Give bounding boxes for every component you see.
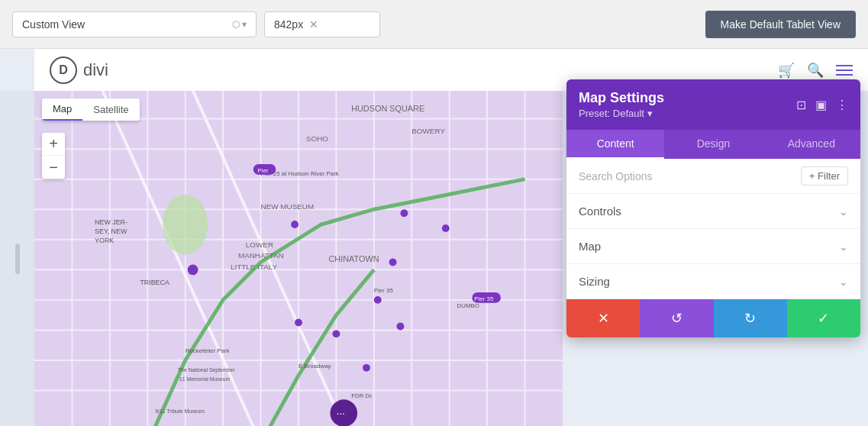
nav-icons: 🛒 🔍 <box>778 62 853 79</box>
panel-header: Map Settings Preset: Default ⊡ ▣ ⋮ <box>566 79 860 130</box>
search-options-label: Search Options <box>579 170 653 182</box>
svg-text:E Broadway: E Broadway <box>298 363 331 370</box>
filter-button[interactable]: + Filter <box>801 166 848 186</box>
sizing-chevron: ⌄ <box>839 276 848 288</box>
logo-circle: D <box>50 56 77 84</box>
px-input-group: 842px ✕ <box>264 11 380 37</box>
confirm-button[interactable]: ✓ <box>787 299 860 337</box>
svg-text:9/11 Tribute Museum: 9/11 Tribute Museum <box>155 408 205 414</box>
map-visual: HUDSON SQUARE SOHO BOWERY NEW MUSEUM LOW… <box>34 91 563 426</box>
custom-view-chevron: ⬡ ▾ <box>232 19 247 30</box>
logo-letter: D <box>59 63 68 77</box>
map-satellite-toggle: Map Satellite <box>42 98 140 121</box>
fullscreen-icon[interactable]: ⊡ <box>796 98 806 112</box>
zoom-out-button[interactable]: − <box>42 156 65 179</box>
svg-text:Rockefeller Park: Rockefeller Park <box>186 347 230 354</box>
controls-section[interactable]: Controls ⌄ <box>566 194 860 229</box>
refresh-button[interactable]: ↻ <box>714 299 787 337</box>
main-area: D divi 🛒 🔍 <box>0 49 868 426</box>
panel-header-icons: ⊡ ▣ ⋮ <box>796 98 848 112</box>
panel-footer: ✕ ↺ ↻ ✓ <box>566 299 860 337</box>
map-chevron: ⌄ <box>839 240 848 253</box>
svg-point-55 <box>332 330 340 337</box>
px-value: 842px <box>274 18 303 31</box>
map-streets-svg: HUDSON SQUARE SOHO BOWERY NEW MUSEUM LOW… <box>34 91 563 426</box>
controls-chevron: ⌄ <box>839 205 848 218</box>
logo-name: divi <box>83 60 108 80</box>
svg-point-53 <box>442 224 450 232</box>
sizing-section[interactable]: Sizing ⌄ <box>566 264 860 299</box>
svg-point-26 <box>163 194 208 254</box>
reset-button[interactable]: ↺ <box>640 299 713 337</box>
zoom-controls: + − <box>42 133 65 179</box>
svg-text:TRIBECA: TRIBECA <box>140 279 169 286</box>
top-toolbar: Custom View ⬡ ▾ 842px ✕ Make Default Tab… <box>0 0 868 49</box>
hamburger-line-2 <box>836 69 853 71</box>
logo-area: D divi <box>50 56 108 84</box>
tab-advanced[interactable]: Advanced <box>763 130 860 159</box>
search-options-bar: Search Options + Filter <box>566 159 860 194</box>
tab-content[interactable]: Content <box>566 130 664 159</box>
hamburger-line-3 <box>836 74 853 76</box>
tab-design[interactable]: Design <box>664 130 762 159</box>
map-settings-panel: Map Settings Preset: Default ⊡ ▣ ⋮ Conte… <box>566 79 860 337</box>
svg-text:SOHO: SOHO <box>306 134 328 143</box>
controls-label: Controls <box>579 205 621 218</box>
resize-handle[interactable] <box>15 244 20 274</box>
svg-text:NEW JER-: NEW JER- <box>95 218 127 226</box>
svg-point-50 <box>188 264 198 275</box>
svg-text:SEY, NEW: SEY, NEW <box>95 228 127 235</box>
panel-title: Map Settings <box>579 90 664 106</box>
svg-point-56 <box>374 296 382 304</box>
search-icon[interactable]: 🔍 <box>807 62 824 79</box>
zoom-in-button[interactable]: + <box>42 133 65 156</box>
hamburger-line-1 <box>836 65 853 66</box>
svg-text:The National September: The National September <box>178 367 236 373</box>
svg-text:BOWERY: BOWERY <box>411 127 445 135</box>
more-options-icon[interactable]: ⋮ <box>836 98 848 112</box>
hamburger-menu[interactable] <box>836 65 853 76</box>
svg-text:CHINATOWN: CHINATOWN <box>329 254 379 263</box>
svg-point-52 <box>400 209 408 217</box>
px-close-icon[interactable]: ✕ <box>309 18 318 31</box>
svg-point-57 <box>397 323 405 331</box>
svg-text:Pier: Pier <box>258 167 269 174</box>
svg-text:DUMBO: DUMBO <box>457 302 479 309</box>
left-resize-bar <box>0 91 34 426</box>
cart-icon[interactable]: 🛒 <box>778 62 795 79</box>
cancel-button[interactable]: ✕ <box>566 299 640 337</box>
svg-text:Pier 35: Pier 35 <box>474 295 494 302</box>
map-tab[interactable]: Map <box>42 98 82 121</box>
sizing-label: Sizing <box>579 275 610 288</box>
map-section[interactable]: Map ⌄ <box>566 229 860 264</box>
map-label: Map <box>579 240 601 253</box>
svg-text:FDR Dr.: FDR Dr. <box>351 392 373 399</box>
svg-text:LITTLE ITALY: LITTLE ITALY <box>231 263 278 271</box>
svg-text:LOWER: LOWER <box>246 240 273 249</box>
panel-header-left: Map Settings Preset: Default <box>579 90 664 119</box>
svg-point-58 <box>363 364 370 372</box>
svg-text:NEW MUSEUM: NEW MUSEUM <box>261 202 315 211</box>
svg-text:MANHATTAN: MANHATTAN <box>238 252 284 260</box>
split-view-icon[interactable]: ▣ <box>815 98 827 112</box>
panel-preset[interactable]: Preset: Default <box>579 108 664 119</box>
satellite-tab[interactable]: Satellite <box>82 98 139 121</box>
svg-point-54 <box>389 259 397 266</box>
make-default-button[interactable]: Make Default Tablet View <box>705 11 856 38</box>
custom-view-select[interactable]: Custom View ⬡ ▾ <box>12 11 257 37</box>
svg-point-59 <box>295 319 302 327</box>
custom-view-label: Custom View <box>22 18 85 31</box>
svg-text:YORK: YORK <box>95 237 114 244</box>
svg-text:···: ··· <box>336 407 345 419</box>
extra-width-input[interactable] <box>324 18 370 31</box>
map-container: HUDSON SQUARE SOHO BOWERY NEW MUSEUM LOW… <box>34 91 563 426</box>
svg-text:HUDSON SQUARE: HUDSON SQUARE <box>351 104 424 113</box>
svg-point-51 <box>291 221 298 228</box>
svg-text:Pier 35: Pier 35 <box>374 287 394 294</box>
panel-tabs: Content Design Advanced <box>566 130 860 159</box>
svg-text:11 Memorial Museum: 11 Memorial Museum <box>179 376 231 382</box>
